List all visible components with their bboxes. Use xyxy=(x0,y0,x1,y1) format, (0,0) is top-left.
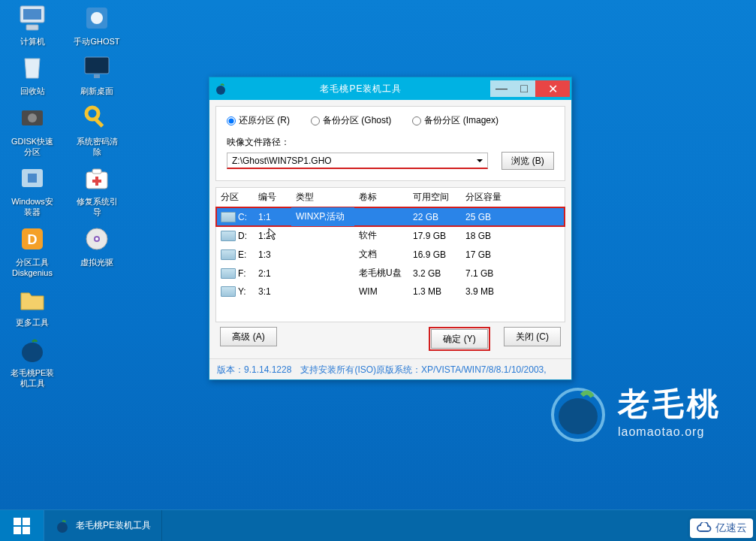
disk-icon xyxy=(221,231,236,241)
peach-icon xyxy=(55,518,70,533)
browse-button[interactable]: 浏览 (B) xyxy=(501,152,554,170)
key-icon xyxy=(82,103,112,133)
ok-button[interactable]: 确定 (Y) xyxy=(431,329,488,349)
radio-backup-ghost[interactable]: 备份分区 (Ghost) xyxy=(311,114,391,127)
radio-backup-imagex[interactable]: 备份分区 (Imagex) xyxy=(412,114,498,127)
table-row[interactable]: C: 1:1 WINXP,活动 22 GB 25 GB xyxy=(216,207,565,227)
disk-icon xyxy=(221,212,236,222)
svg-point-8 xyxy=(28,113,37,122)
peach-icon xyxy=(209,82,232,95)
svg-point-22 xyxy=(216,86,225,95)
status-bar: 版本：9.1.14.1228 支持安装所有(ISO)原版系统：XP/VISTA/… xyxy=(209,358,571,379)
svg-rect-13 xyxy=(92,169,101,174)
col-vol: 卷标 xyxy=(354,188,408,207)
icon-computer[interactable]: 计算机 xyxy=(9,3,56,47)
peach-icon xyxy=(17,334,47,364)
minimize-button[interactable]: — xyxy=(490,80,513,97)
icon-virtualcd[interactable]: 虚拟光驱 xyxy=(74,224,120,279)
table-row[interactable]: E: 1:3 文档 16.9 GB 17 GB xyxy=(216,245,565,264)
table-row[interactable]: F: 2:1 老毛桃U盘 3.2 GB 7.1 GB xyxy=(216,264,565,283)
icon-ghost[interactable]: 手动GHOST xyxy=(74,3,120,47)
app-window: 老毛桃PE装机工具 — □ ✕ 还原分区 (R) 备份分区 (Ghost) 备份… xyxy=(209,77,572,380)
icon-wininstall[interactable]: Windows安装器 xyxy=(9,163,56,218)
partition-table: 分区 编号 类型 卷标 可用空间 分区容量 C: 1:1 WINXP,活动 2 xyxy=(216,188,565,322)
options-panel: 还原分区 (R) 备份分区 (Ghost) 备份分区 (Imagex) 映像文件… xyxy=(215,106,565,181)
icon-diskgenius[interactable]: D分区工具Diskgenius xyxy=(9,224,56,279)
icon-password[interactable]: 系统密码清除 xyxy=(74,103,120,158)
icon-recycle[interactable]: 回收站 xyxy=(9,53,56,96)
diskgenius-icon: D xyxy=(17,224,47,254)
svg-rect-26 xyxy=(23,527,30,534)
icon-gdisk[interactable]: GDISK快速分区 xyxy=(9,103,56,158)
firstaid-icon xyxy=(82,163,112,193)
disk-icon xyxy=(221,286,236,297)
table-row[interactable]: D: 1:2 软件 17.9 GB 18 GB xyxy=(216,226,565,245)
svg-point-4 xyxy=(91,12,103,24)
icon-bootfix[interactable]: 修复系统引导 xyxy=(74,163,120,218)
taskbar-item[interactable]: 老毛桃PE装机工具 xyxy=(44,510,162,541)
start-icon xyxy=(12,516,32,536)
computer-icon xyxy=(17,5,47,32)
disk-icon xyxy=(221,249,236,260)
desktop: 计算机 手动GHOST 回收站 刷新桌面 GDISK快速分区 系统密码清除 Wi… xyxy=(0,0,756,509)
col-num: 编号 xyxy=(254,188,291,207)
start-button[interactable] xyxy=(0,510,44,542)
close-button[interactable]: ✕ xyxy=(535,80,570,97)
svg-point-21 xyxy=(559,398,598,434)
image-path-input[interactable] xyxy=(227,153,488,169)
peach-logo-icon xyxy=(546,379,610,443)
icon-lmt[interactable]: 老毛桃PE装机工具 xyxy=(9,334,56,389)
disk-icon xyxy=(221,268,236,279)
cd-icon xyxy=(82,224,112,254)
svg-rect-2 xyxy=(26,25,38,30)
icon-refresh[interactable]: 刷新桌面 xyxy=(74,53,120,96)
col-partition: 分区 xyxy=(216,188,254,207)
table-row[interactable]: Y: 3:1 WIM 1.3 MB 3.9 MB xyxy=(216,283,565,301)
col-avail: 可用空间 xyxy=(408,188,461,207)
svg-point-27 xyxy=(57,522,68,533)
svg-text:D: D xyxy=(28,232,38,247)
cancel-button[interactable]: 关闭 (C) xyxy=(504,327,561,346)
radio-restore[interactable]: 还原分区 (R) xyxy=(227,114,290,127)
recycle-icon xyxy=(17,53,47,83)
advanced-button[interactable]: 高级 (A) xyxy=(220,327,277,346)
svg-rect-1 xyxy=(23,9,41,20)
mode-radio-group: 还原分区 (R) 备份分区 (Ghost) 备份分区 (Imagex) xyxy=(227,114,554,127)
watermark: 亿速云 xyxy=(690,518,753,538)
wallpaper-brand: 老毛桃 laomaotao.org xyxy=(546,379,721,443)
svg-rect-23 xyxy=(14,518,21,525)
svg-rect-5 xyxy=(85,57,109,74)
svg-rect-6 xyxy=(94,74,100,78)
desktop-monitor-icon xyxy=(82,54,112,81)
col-type: 类型 xyxy=(291,188,354,207)
hdd-icon xyxy=(17,104,47,131)
titlebar[interactable]: 老毛桃PE装机工具 — □ ✕ xyxy=(209,77,571,100)
cursor-icon xyxy=(267,228,278,241)
taskbar: 老毛桃PE装机工具 xyxy=(0,509,756,541)
svg-point-18 xyxy=(95,237,98,240)
col-cap: 分区容量 xyxy=(461,188,565,207)
svg-point-19 xyxy=(22,343,43,362)
ghost-icon xyxy=(82,5,112,32)
svg-rect-25 xyxy=(14,527,21,534)
maximize-button[interactable]: □ xyxy=(513,80,535,97)
svg-rect-24 xyxy=(23,518,30,525)
icon-moretools[interactable]: 更多工具 xyxy=(9,284,56,328)
folder-icon xyxy=(17,286,47,313)
image-path-label: 映像文件路径： xyxy=(227,136,554,149)
window-title: 老毛桃PE装机工具 xyxy=(232,83,490,95)
button-row: 高级 (A) 确定 (Y) 关闭 (C) xyxy=(209,322,571,358)
desktop-icons-area: 计算机 手动GHOST 回收站 刷新桌面 GDISK快速分区 系统密码清除 Wi… xyxy=(0,0,129,397)
installer-icon xyxy=(17,163,47,193)
cloud-icon xyxy=(696,522,712,534)
